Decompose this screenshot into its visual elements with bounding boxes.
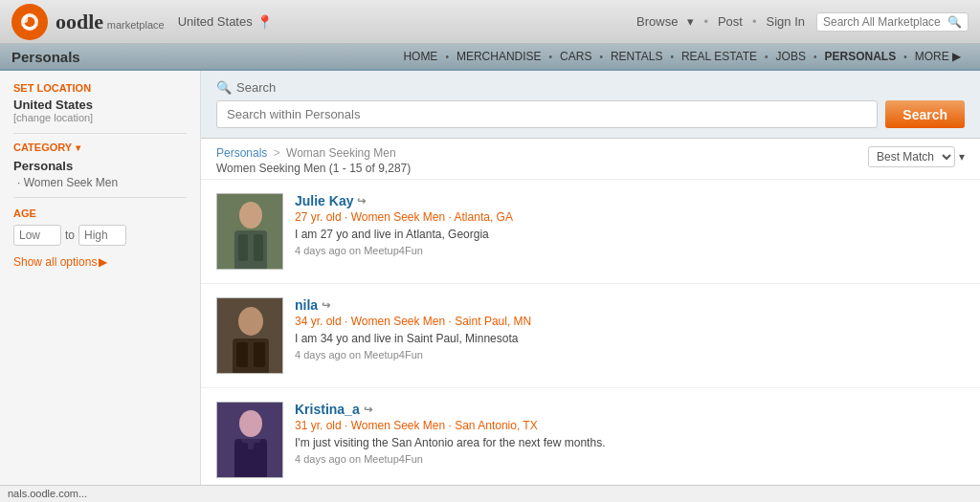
listings-list: Julie Kay ↪ 27 yr. old · Women Seek Men … <box>201 180 980 492</box>
listing-thumb-2 <box>216 297 283 374</box>
show-all-arrow-icon: ▶ <box>99 255 107 269</box>
sidebar-divider-2 <box>13 197 187 198</box>
set-location-label: SET LOCATION <box>13 82 187 94</box>
nav-link-personals[interactable]: PERSONALS <box>816 43 903 70</box>
age-range-inputs: to <box>13 225 187 246</box>
sidebar-location-name: United States <box>13 98 187 112</box>
sort-arrow-icon: ▾ <box>959 150 965 164</box>
nav-link-realestate[interactable]: REAL ESTATE <box>674 43 765 70</box>
signin-link[interactable]: Sign In <box>767 14 805 29</box>
listing-info-1: Julie Kay ↪ 27 yr. old · Women Seek Men … <box>295 193 965 270</box>
breadcrumb-personals-link[interactable]: Personals <box>216 146 267 160</box>
age-high-input[interactable] <box>78 225 126 246</box>
svg-rect-7 <box>238 234 248 261</box>
logo-text: oodle <box>56 10 103 33</box>
sidebar-divider-1 <box>13 133 187 134</box>
logo-area: oodle marketplace United States 📍 <box>11 4 273 40</box>
browse-link[interactable]: Browse <box>636 14 678 29</box>
breadcrumb-current: Woman Seeking Men <box>286 146 396 160</box>
header-nav-links: Browse ▾ • Post • Sign In <box>636 14 805 29</box>
listing-photo-2 <box>217 298 283 374</box>
svg-rect-18 <box>254 443 263 469</box>
breadcrumb-sep: > <box>274 146 283 160</box>
sidebar-cat-women-seek-men[interactable]: Women Seek Men <box>13 176 187 189</box>
listing-name-link-3[interactable]: Kristina_a <box>295 402 360 417</box>
listing-desc-3: I'm just visiting the San Antonio area f… <box>295 436 965 449</box>
sidebar: SET LOCATION United States [change locat… <box>0 71 201 502</box>
svg-rect-13 <box>254 342 265 367</box>
header-search-button[interactable]: 🔍 <box>947 15 962 29</box>
svg-point-15 <box>239 410 262 437</box>
show-all-options-link[interactable]: Show all options ▶ <box>13 255 107 269</box>
nav-link-merchandise[interactable]: MERCHANDISE <box>449 43 549 70</box>
listing-info-2: nila ↪ 34 yr. old · Women Seek Men · Sai… <box>295 297 965 374</box>
svg-rect-8 <box>254 234 263 261</box>
logo-icon <box>11 4 48 40</box>
nav-link-more[interactable]: MORE ▶ <box>907 43 969 70</box>
logo-wordmark: oodle marketplace <box>56 10 165 34</box>
nav-link-rentals[interactable]: RENTALS <box>603 43 670 70</box>
age-low-input[interactable] <box>13 225 61 246</box>
listing-thumb-1 <box>216 193 283 270</box>
svg-rect-12 <box>236 342 248 367</box>
change-location-link[interactable]: [change location] <box>13 112 187 123</box>
share-icon-2[interactable]: ↪ <box>322 299 330 312</box>
results-header: Personals > Woman Seeking Men Women Seek… <box>201 139 980 180</box>
navbar: Personals HOME • MERCHANDISE • CARS • RE… <box>0 44 980 71</box>
svg-point-5 <box>239 202 262 229</box>
sort-select[interactable]: Best Match <box>868 146 955 167</box>
header-right: Browse ▾ • Post • Sign In 🔍 <box>636 12 969 32</box>
listing-desc-2: I am 34 yo and live in Saint Paul, Minne… <box>295 332 965 345</box>
status-text: nals.oodle.com... <box>8 488 87 499</box>
header-sep-1: • <box>703 14 708 29</box>
header-sep-2: • <box>752 14 757 29</box>
header-search-box[interactable]: 🔍 <box>816 12 969 32</box>
search-button[interactable]: Search <box>885 100 965 128</box>
age-to-label: to <box>65 229 75 242</box>
header-location[interactable]: United States 📍 <box>178 14 273 30</box>
search-input-row: Search <box>216 100 965 128</box>
header-location-text: United States <box>178 14 253 29</box>
nav-link-home[interactable]: HOME <box>395 43 445 70</box>
sidebar-cat-personals[interactable]: Personals <box>13 159 187 173</box>
nav-links: HOME • MERCHANDISE • CARS • RENTALS • RE… <box>395 44 969 69</box>
search-icon: 🔍 <box>216 80 232 95</box>
listing-name-link-1[interactable]: Julie Kay <box>295 193 353 208</box>
category-section-label: CATEGORY ▾ <box>13 142 187 153</box>
svg-point-3 <box>23 15 28 22</box>
search-section: 🔍 Search Search <box>201 71 980 139</box>
listing-photo-3 <box>217 403 283 478</box>
listing-meta-2: 34 yr. old · Women Seek Men · Saint Paul… <box>295 315 965 328</box>
share-icon-1[interactable]: ↪ <box>357 195 366 207</box>
age-section-label: AGE <box>13 207 187 219</box>
listing-name-1: Julie Kay ↪ <box>295 193 965 208</box>
listing-thumb-3 <box>216 402 283 478</box>
nav-section-title: Personals <box>11 44 80 69</box>
listing-name-link-2[interactable]: nila <box>295 297 318 313</box>
header-search-input[interactable] <box>823 15 947 29</box>
content-area: 🔍 Search Search Personals > Woman Seekin… <box>201 71 980 502</box>
search-input[interactable] <box>216 100 878 128</box>
svg-rect-17 <box>238 443 248 469</box>
category-dropdown-icon[interactable]: ▾ <box>76 142 80 153</box>
category-label-text: CATEGORY <box>13 142 72 153</box>
post-link[interactable]: Post <box>718 14 743 29</box>
breadcrumb-area: Personals > Woman Seeking Men Women Seek… <box>216 146 411 175</box>
listing-info-3: Kristina_a ↪ 31 yr. old · Women Seek Men… <box>295 402 965 478</box>
nav-link-jobs[interactable]: JOBS <box>768 43 813 70</box>
listing-name-2: nila ↪ <box>295 297 965 313</box>
listing-photo-1 <box>217 194 283 270</box>
location-pin-icon: 📍 <box>256 14 273 30</box>
listing-meta-1: 27 yr. old · Women Seek Men · Atlanta, G… <box>295 210 965 224</box>
listing-name-3: Kristina_a ↪ <box>295 402 965 417</box>
search-label: 🔍 Search <box>216 80 965 95</box>
listing-item: Kristina_a ↪ 31 yr. old · Women Seek Men… <box>201 388 980 492</box>
main-layout: SET LOCATION United States [change locat… <box>0 71 980 502</box>
listing-desc-1: I am 27 yo and live in Atlanta, Georgia <box>295 228 965 241</box>
sort-control: Best Match ▾ <box>868 146 965 167</box>
share-icon-3[interactable]: ↪ <box>364 404 372 416</box>
svg-point-10 <box>238 307 263 336</box>
site-header: oodle marketplace United States 📍 Browse… <box>0 0 980 44</box>
listing-item: nila ↪ 34 yr. old · Women Seek Men · Sai… <box>201 284 980 388</box>
nav-link-cars[interactable]: CARS <box>552 43 599 70</box>
